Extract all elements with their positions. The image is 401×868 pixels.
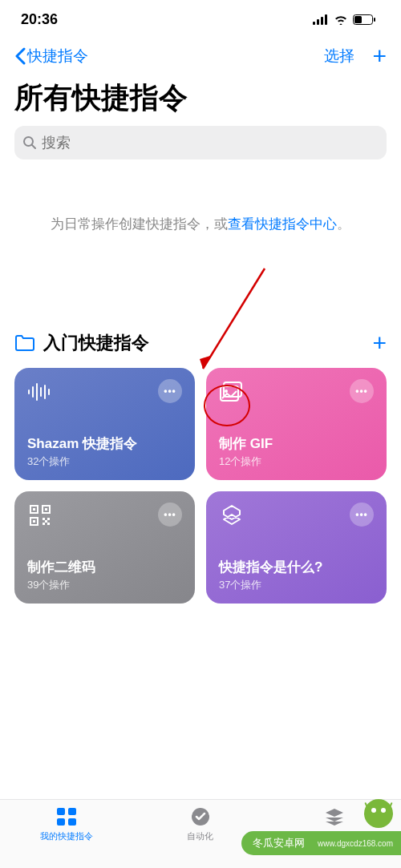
back-label: 快捷指令: [27, 46, 88, 67]
search-input[interactable]: [42, 135, 379, 151]
svg-rect-31: [57, 808, 65, 815]
svg-rect-32: [68, 808, 76, 815]
tab-label: 我的快捷指令: [40, 830, 93, 842]
svg-rect-33: [57, 818, 65, 826]
svg-rect-28: [43, 523, 45, 525]
watermark-text: 冬瓜安卓网: [253, 836, 305, 850]
search-icon: [22, 135, 37, 150]
watermark-url: www.dgxcdz168.com: [318, 839, 393, 848]
starter-section: 入门快捷指令 + ••• Shazam 快捷指令 32个操作 •••: [0, 329, 401, 604]
tab-label: 自动化: [187, 830, 213, 842]
svg-rect-26: [43, 518, 45, 520]
shortcut-card-gif[interactable]: ••• 制作 GIF 12个操作: [206, 368, 387, 480]
card-title: 快捷指令是什么?: [219, 558, 374, 576]
add-button[interactable]: +: [372, 42, 387, 70]
grid-icon: [55, 806, 78, 827]
svg-rect-34: [68, 818, 76, 826]
svg-rect-1: [317, 19, 319, 25]
chevron-left-icon: [14, 47, 26, 65]
svg-rect-2: [321, 17, 323, 25]
section-add-button[interactable]: +: [372, 329, 387, 357]
card-more-button[interactable]: •••: [158, 379, 182, 403]
tab-shortcuts[interactable]: 我的快捷指令: [18, 806, 115, 842]
gallery-link[interactable]: 查看快捷指令中心: [228, 216, 337, 232]
card-subtitle: 39个操作: [27, 578, 182, 592]
stack-icon: [323, 806, 346, 827]
page-title: 所有快捷指令: [0, 74, 401, 126]
folder-icon: [14, 334, 35, 352]
status-time: 20:36: [21, 11, 58, 28]
svg-rect-25: [33, 520, 35, 523]
svg-rect-23: [33, 508, 35, 511]
card-subtitle: 32个操作: [27, 454, 182, 469]
card-subtitle: 37个操作: [219, 578, 374, 592]
back-button[interactable]: 快捷指令: [14, 46, 88, 67]
section-folder[interactable]: 入门快捷指令: [14, 331, 149, 355]
card-more-button[interactable]: •••: [158, 503, 182, 527]
qrcode-icon: [27, 503, 53, 528]
shortcut-card-qrcode[interactable]: ••• 制作二维码 39个操作: [14, 491, 195, 604]
section-title: 入门快捷指令: [43, 331, 149, 355]
card-more-button[interactable]: •••: [350, 379, 374, 403]
wifi-icon: [334, 14, 348, 25]
card-subtitle: 12个操作: [219, 454, 374, 469]
svg-point-19: [225, 390, 228, 393]
card-title: 制作 GIF: [219, 434, 374, 453]
select-button[interactable]: 选择: [324, 46, 354, 67]
svg-rect-6: [374, 18, 375, 22]
search-bar[interactable]: [14, 126, 387, 159]
hint-text: 为日常操作创建快捷指令，或查看快捷指令中心。: [0, 159, 401, 235]
waveform-icon: [27, 379, 53, 405]
svg-point-38: [381, 808, 386, 813]
status-bar: 20:36: [0, 0, 401, 38]
card-title: 制作二维码: [27, 558, 182, 576]
svg-rect-0: [313, 22, 315, 25]
battery-icon: [353, 14, 375, 25]
photos-icon: [219, 379, 245, 405]
watermark: 冬瓜安卓网 www.dgxcdz168.com: [241, 831, 401, 855]
svg-point-37: [371, 808, 376, 813]
clock-check-icon: [189, 806, 212, 827]
svg-rect-5: [354, 16, 362, 23]
nav-bar: 快捷指令 选择 +: [0, 38, 401, 74]
card-more-button[interactable]: •••: [350, 503, 374, 527]
watermark-badge: [363, 797, 395, 830]
svg-rect-30: [45, 520, 47, 523]
svg-rect-29: [47, 523, 50, 525]
svg-line-8: [32, 145, 35, 148]
shortcut-card-whatis[interactable]: ••• 快捷指令是什么? 37个操作: [206, 491, 387, 604]
signal-icon: [313, 14, 329, 25]
svg-rect-3: [325, 14, 327, 25]
status-indicators: [313, 14, 375, 25]
svg-rect-27: [47, 518, 50, 520]
svg-rect-24: [45, 508, 47, 511]
card-title: Shazam 快捷指令: [27, 434, 182, 453]
shortcut-card-shazam[interactable]: ••• Shazam 快捷指令 32个操作: [14, 368, 195, 480]
shortcuts-icon: [219, 503, 245, 528]
tab-automation[interactable]: 自动化: [152, 806, 249, 842]
svg-point-36: [364, 799, 393, 828]
